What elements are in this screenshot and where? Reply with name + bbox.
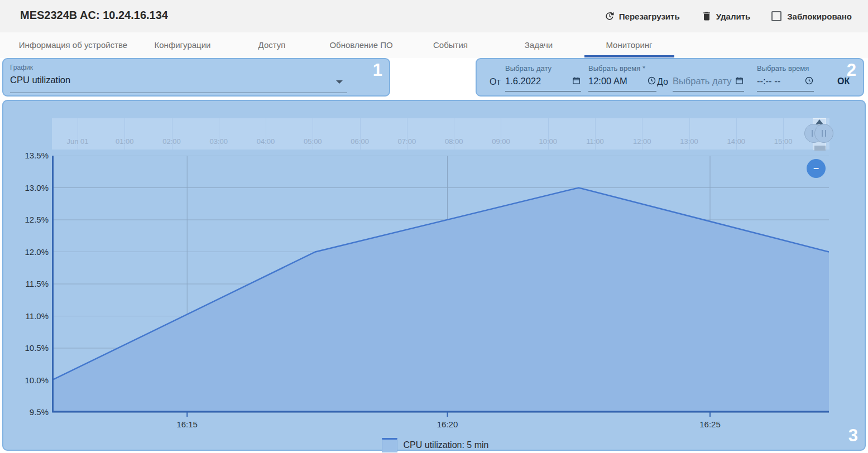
navigator-tick-label: 04:00 [257, 137, 275, 146]
y-axis-label: 9.5% [3, 407, 49, 418]
navigator-tick-label: 06:00 [351, 137, 369, 146]
select-underline [10, 93, 347, 93]
time-from-field[interactable]: Выбрать время * 12:00 AM [588, 59, 656, 93]
device-monitoring-page: MES2324B AC: 10.24.16.134 Перезагрузить … [0, 0, 868, 453]
field-underline [588, 91, 656, 91]
navigator-tick-label: 03:00 [210, 137, 228, 146]
date-to-placeholder[interactable]: Выбрать дату [673, 76, 731, 86]
y-axis-label: 12.0% [3, 247, 49, 258]
x-axis-label: 16:25 [699, 420, 721, 429]
time-to-field[interactable]: Выбрать время --:-- -- [757, 59, 814, 93]
tab-3[interactable]: Доступ [258, 40, 286, 50]
navigator-tick-label: 15:00 [774, 137, 793, 146]
x-axis-label: 16:15 [176, 420, 198, 429]
calendar-icon[interactable] [572, 76, 581, 85]
navigator-tick-label: 07:00 [398, 137, 416, 146]
date-from-floating-label: Выбрать дату [505, 64, 552, 73]
tab-4[interactable]: Обновление ПО [329, 40, 392, 50]
date-from-value[interactable]: 1.6.2022 [505, 76, 541, 86]
region-label-3: 3 [848, 427, 858, 444]
field-underline [505, 91, 581, 91]
time-from-floating-label: Выбрать время * [588, 64, 645, 73]
navigator-tick-label: 10:00 [539, 137, 557, 146]
navigator-range-foot[interactable] [814, 146, 826, 151]
navigator-tick-label: 05:00 [304, 137, 322, 146]
locked-checkbox-group[interactable]: Заблокировано [771, 11, 852, 21]
navigator-tick-label: 11:00 [586, 137, 604, 146]
navigator-tick-label: Jun 01 [66, 137, 88, 146]
chart-select[interactable]: График CPU utilization [10, 64, 348, 93]
delete-label: Удалить [716, 12, 751, 21]
chevron-down-icon[interactable] [336, 80, 343, 84]
navigator-tick-label: 09:00 [492, 137, 510, 146]
tab-6[interactable]: Задачи [525, 40, 553, 50]
field-underline [673, 91, 744, 91]
annotated-region-2: От Выбрать дату 1.6.2022 Выбрать время *… [476, 58, 864, 97]
field-underline [757, 91, 814, 91]
reload-button[interactable]: Перезагрузить [604, 11, 680, 22]
locked-label: Заблокировано [787, 12, 852, 21]
header-actions: Перезагрузить Удалить Заблокировано [604, 0, 852, 32]
tab-bar: Информация об устройствеКонфигурацииДост… [0, 32, 868, 58]
date-from-field[interactable]: Выбрать дату 1.6.2022 [505, 59, 581, 93]
time-to-floating-label: Выбрать время [757, 64, 809, 73]
navigator-right-handle[interactable] [814, 124, 833, 143]
annotated-region-1: График CPU utilization 1 [2, 58, 390, 97]
legend-swatch [382, 438, 397, 452]
time-from-value[interactable]: 12:00 AM [588, 76, 627, 86]
from-label: От [490, 77, 501, 87]
cpu-utilization-chart[interactable] [52, 156, 829, 418]
y-axis-label: 12.5% [3, 214, 49, 225]
region-label-2: 2 [847, 61, 856, 79]
navigator-tick-label: 13:00 [680, 137, 698, 146]
chart-select-label: График [10, 64, 348, 71]
calendar-icon[interactable] [735, 76, 744, 85]
tab-5[interactable]: События [433, 40, 468, 50]
navigator-tick-label: 08:00 [445, 137, 463, 146]
clock-icon[interactable] [647, 76, 656, 85]
date-to-field[interactable]: Выбрать дату [673, 59, 744, 93]
chart-navigator[interactable]: Jun 0101:0002:0003:0004:0005:0006:0007:0… [52, 118, 829, 150]
region-label-1: 1 [373, 61, 382, 79]
to-label: До [657, 77, 668, 87]
y-axis-label: 11.5% [3, 278, 49, 290]
y-axis-label: 10.0% [3, 375, 49, 386]
tab-2[interactable]: Конфигурации [155, 40, 211, 50]
y-axis-label: 13.5% [3, 150, 49, 161]
minus-icon: − [813, 163, 819, 174]
legend-label: CPU utilization: 5 min [404, 440, 489, 450]
clock-icon[interactable] [804, 76, 814, 85]
chart-select-value: CPU utilization [10, 75, 348, 85]
zoom-out-button[interactable]: − [807, 159, 826, 178]
delete-button[interactable]: Удалить [701, 11, 751, 22]
reload-label: Перезагрузить [619, 12, 680, 21]
annotated-region-3: Jun 0101:0002:0003:0004:0005:0006:0007:0… [2, 100, 866, 451]
page-title: MES2324B AC: 10.24.16.134 [20, 9, 168, 22]
trash-icon [701, 11, 712, 22]
navigator-tick-label: 14:00 [727, 137, 746, 146]
y-axis-label: 13.0% [3, 182, 49, 194]
locked-checkbox[interactable] [771, 11, 781, 21]
active-tab-indicator [584, 55, 674, 57]
navigator-tick-label: 02:00 [162, 137, 181, 146]
tab-7[interactable]: Мониторинг [606, 40, 652, 50]
device-header: MES2324B AC: 10.24.16.134 Перезагрузить … [0, 0, 868, 32]
navigator-tick-label: 01:00 [116, 137, 134, 146]
tab-1[interactable]: Информация об устройстве [19, 40, 127, 50]
restore-icon [604, 11, 615, 22]
y-axis-label: 10.5% [3, 343, 49, 354]
time-to-value[interactable]: --:-- -- [757, 76, 780, 86]
x-axis-label: 16:20 [437, 420, 458, 429]
y-axis-label: 11.0% [3, 311, 49, 322]
chart-legend[interactable]: CPU utilization: 5 min [3, 438, 867, 452]
navigator-tick-label: 12:00 [633, 137, 651, 146]
